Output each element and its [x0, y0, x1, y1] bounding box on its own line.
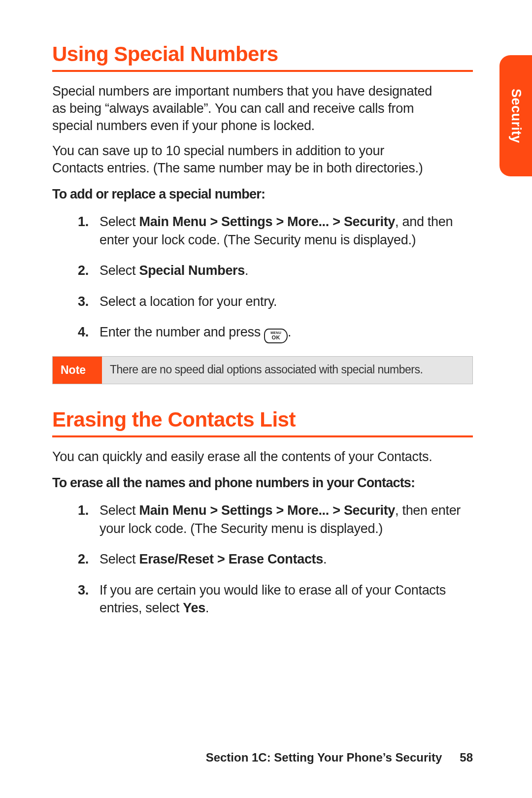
step-text: .: [288, 325, 291, 339]
step-text: .: [323, 552, 327, 566]
step-number: 3.: [78, 293, 89, 310]
step-text: Select: [100, 214, 139, 229]
steps-erase: 1. Select Main Menu > Settings > More...…: [52, 501, 473, 617]
heading-erasing-contacts: Erasing the Contacts List: [52, 408, 473, 432]
steps-special: 1. Select Main Menu > Settings > More...…: [52, 213, 473, 343]
step-number: 4.: [78, 323, 89, 341]
step-path: Main Menu > Settings > More... > Securit…: [139, 503, 395, 518]
heading-rule: [52, 70, 473, 72]
step-number: 2.: [78, 550, 89, 568]
step-text: .: [245, 263, 248, 278]
step-number: 1.: [78, 213, 89, 231]
step-1: 1. Select Main Menu > Settings > More...…: [52, 213, 473, 249]
subhead-add-replace: To add or replace a special number:: [52, 187, 473, 202]
step-4: 4. Enter the number and press MENUOK.: [52, 323, 473, 343]
step-number: 1.: [78, 501, 89, 519]
step-path: Special Numbers: [139, 263, 245, 278]
step-1: 1. Select Main Menu > Settings > More...…: [52, 501, 473, 537]
step-text: .: [205, 600, 209, 615]
note-label: Note: [53, 357, 102, 384]
step-2: 2. Select Erase/Reset > Erase Contacts.: [52, 550, 473, 568]
heading-rule-2: [52, 435, 473, 437]
step-text: Select: [100, 263, 139, 278]
para-special-intro-2: You can save up to 10 special numbers in…: [52, 142, 436, 177]
step-2: 2. Select Special Numbers.: [52, 262, 473, 279]
subhead-erase-all: To erase all the names and phone numbers…: [52, 475, 473, 491]
step-number: 3.: [78, 581, 89, 599]
step-3: 3. Select a location for your entry.: [52, 293, 473, 310]
page-footer: Section 1C: Setting Your Phone’s Securit…: [206, 751, 473, 765]
note-text: There are no speed dial options associat…: [102, 357, 472, 384]
footer-section-text: Section 1C: Setting Your Phone’s Securit…: [206, 751, 442, 764]
para-erase-intro: You can quickly and easily erase all the…: [52, 448, 436, 466]
step-text: Select: [100, 503, 139, 518]
step-text: Select a location for your entry.: [100, 294, 277, 309]
key-icon-bottom: OK: [265, 335, 287, 340]
step-path: Main Menu > Settings > More... > Securit…: [139, 214, 395, 229]
step-text: If you are certain you would like to era…: [100, 583, 446, 615]
step-text: Select: [100, 552, 139, 566]
step-path: Erase/Reset > Erase Contacts: [139, 552, 323, 566]
menu-ok-key-icon: MENUOK: [264, 329, 288, 343]
step-bold: Yes: [183, 600, 205, 615]
para-special-intro-1: Special numbers are important numbers th…: [52, 83, 436, 134]
key-icon-top: MENU: [270, 331, 281, 334]
footer-page-number: 58: [460, 751, 473, 764]
step-3: 3. If you are certain you would like to …: [52, 581, 473, 617]
step-text: Enter the number and press: [100, 325, 264, 339]
page-content: Using Special Numbers Special numbers ar…: [0, 0, 532, 798]
heading-using-special-numbers: Using Special Numbers: [52, 42, 473, 66]
note-box: Note There are no speed dial options ass…: [52, 356, 473, 384]
step-number: 2.: [78, 262, 89, 279]
